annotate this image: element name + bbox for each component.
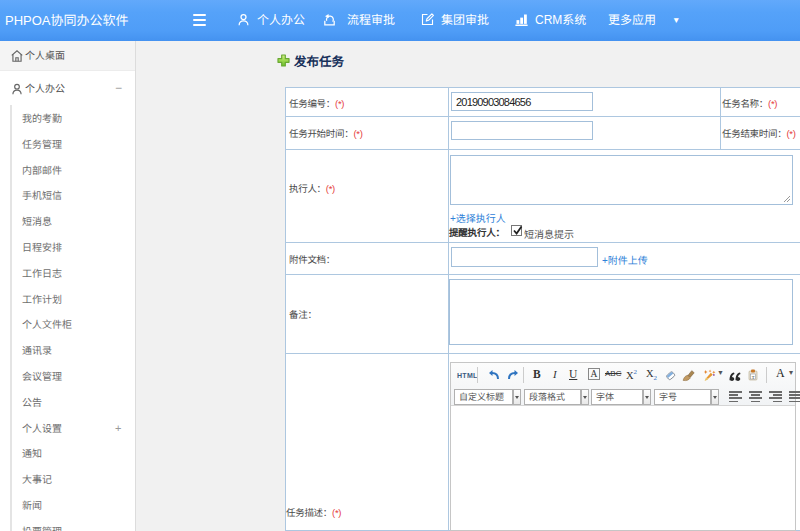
svg-text:T: T [752,375,755,380]
